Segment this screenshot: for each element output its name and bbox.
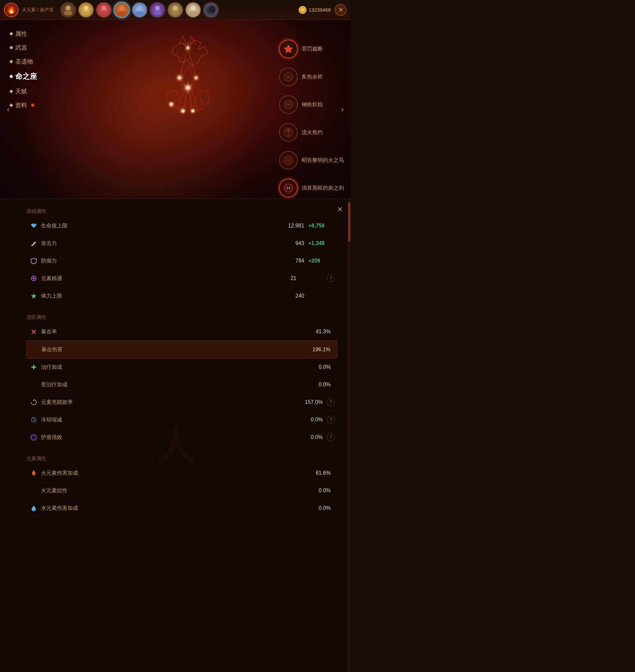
scrollbar-thumb[interactable] — [348, 202, 351, 242]
cdr-icon — [29, 415, 38, 424]
svg-point-13 — [171, 11, 179, 15]
skill-item-3[interactable]: 钢铁炽焰 — [279, 95, 344, 114]
skills-panel: 罪罚裁断 炙热余烬 钢铁炽焰 流火焦灼 昭告黎明的火之鸟 — [279, 40, 344, 197]
skill-name-6: 清算黑暗的炎之剑 — [302, 185, 344, 192]
pyro-dmg-icon — [29, 468, 38, 478]
char-tab-9[interactable] — [203, 2, 219, 18]
skill-item-2[interactable]: 炙热余烬 — [279, 67, 344, 86]
prev-arrow[interactable]: ‹ — [3, 104, 13, 114]
skill-item-5[interactable]: 昭告黎明的火之鸟 — [279, 151, 344, 169]
nav-label-profile: 资料 — [15, 101, 27, 109]
stat-row-shield: 护盾强效 0.0% ? — [26, 429, 337, 446]
healing-value: 0.0% — [319, 364, 331, 370]
scrollbar[interactable] — [348, 199, 351, 672]
atk-bonus: +1,348 — [308, 240, 335, 246]
nav-diamond — [9, 46, 13, 49]
nav-item-artifact[interactable]: 圣遗物 — [10, 58, 37, 66]
svg-point-11 — [153, 11, 161, 15]
char-tab-8[interactable] — [185, 2, 201, 18]
hydro-dmg-icon — [29, 504, 38, 513]
incoming-healing-value: 0.0% — [319, 382, 331, 387]
svg-point-12 — [173, 6, 178, 10]
shield-value: 0.0% — [311, 434, 323, 440]
healing-label: 治疗加成 — [41, 364, 319, 371]
alert-dot — [31, 104, 35, 107]
skill-name-2: 炙热余烬 — [302, 74, 323, 80]
def-icon — [29, 256, 38, 266]
nav-item-attributes[interactable]: 属性 — [10, 30, 37, 38]
nav-label-artifact: 圣遗物 — [15, 58, 33, 66]
svg-point-14 — [191, 6, 195, 10]
nav-item-profile[interactable]: 资料 — [10, 101, 37, 109]
stat-row-crit-dmg: 暴击伤害 196.1% — [26, 341, 337, 358]
elemental-section-title: 元素属性 — [26, 451, 337, 462]
nav-item-talent[interactable]: 天赋 — [10, 87, 37, 95]
svg-line-38 — [171, 104, 183, 111]
svg-point-6 — [119, 6, 124, 10]
crit-dmg-icon — [29, 345, 39, 354]
crit-dmg-label: 暴击伤害 — [41, 346, 312, 353]
skill-name-3: 钢铁炽焰 — [302, 101, 323, 108]
shield-help[interactable]: ? — [327, 433, 335, 441]
em-label: 元素精通 — [41, 275, 290, 282]
char-tab-4-active[interactable] — [114, 2, 130, 18]
skill-item-4[interactable]: 流火焦灼 — [279, 123, 344, 142]
svg-point-4 — [102, 6, 106, 10]
char-tab-1[interactable] — [60, 2, 76, 18]
stat-row-incoming-healing: 受治疗加成 0.0% — [26, 376, 337, 394]
skill-icon-5 — [279, 151, 298, 169]
svg-point-7 — [118, 11, 126, 15]
nav-label-attributes: 属性 — [15, 30, 27, 38]
game-logo: 🔥 — [4, 3, 19, 17]
nav-diamond — [9, 32, 13, 36]
cdr-value: 0.0% — [311, 417, 323, 423]
pyro-res-icon — [29, 486, 38, 495]
er-help[interactable]: ? — [327, 398, 335, 406]
char-tab-6[interactable] — [150, 2, 166, 18]
skill-icon-2 — [279, 67, 298, 86]
svg-line-32 — [180, 48, 188, 78]
skill-item-1[interactable]: 罪罚裁断 — [279, 40, 344, 58]
stats-close-button[interactable]: ✕ — [335, 204, 345, 215]
skill-icon-3 — [279, 95, 298, 114]
stat-row-hp: 生命值上限 12,981 +8,756 — [26, 217, 337, 235]
stat-row-healing: 治疗加成 0.0% — [26, 358, 337, 376]
nav-diamond — [9, 89, 13, 93]
close-button[interactable]: ✕ — [335, 4, 347, 16]
svg-point-0 — [66, 6, 70, 10]
nav-item-constellation[interactable]: 命之座 — [10, 71, 37, 81]
char-tab-5[interactable] — [132, 2, 148, 18]
stat-row-crit-rate: 暴击率 41.3% — [26, 323, 337, 341]
em-help[interactable]: ? — [327, 274, 335, 282]
breadcrumb: 火元素 / 迪卢克 — [22, 7, 53, 13]
cdr-help[interactable]: ? — [327, 416, 335, 424]
stat-row-em: 元素精通 21 ? — [26, 270, 337, 287]
svg-point-3 — [82, 11, 90, 15]
skill-name-1: 罪罚裁断 — [302, 46, 323, 52]
stat-row-def: 防御力 784 +209 — [26, 252, 337, 270]
nav-label-weapon: 武器 — [15, 44, 27, 51]
char-tab-2[interactable] — [78, 2, 94, 18]
stat-row-er: 元素充能效率 157.0% ? — [26, 394, 337, 411]
char-tab-7[interactable] — [167, 2, 183, 18]
skill-icon-1 — [279, 40, 298, 58]
logo-icon: 🔥 — [7, 6, 16, 14]
char-tab-3[interactable] — [96, 2, 112, 18]
stamina-label: 体力上限 — [41, 293, 295, 299]
incoming-healing-label: 受治疗加成 — [41, 381, 319, 388]
nav-diamond — [9, 60, 13, 63]
incoming-healing-icon — [29, 380, 38, 389]
crit-rate-value: 41.3% — [316, 329, 331, 335]
pyro-res-label: 火元素抗性 — [41, 487, 319, 494]
basic-stats-section: 基础属性 生命值上限 12,981 +8,756 攻击力 943 +1,348 … — [0, 199, 351, 305]
skill-item-6[interactable]: 清算黑暗的炎之剑 — [279, 179, 344, 197]
em-value: 21 — [290, 275, 296, 281]
stamina-value: 240 — [295, 293, 304, 299]
stats-panel: 人 ✕ 基础属性 生命值上限 12,981 +8,756 攻击力 943 +1,… — [0, 198, 351, 672]
stats-close-icon: ✕ — [337, 205, 343, 214]
nav-item-weapon[interactable]: 武器 — [10, 44, 37, 51]
er-icon — [29, 398, 38, 407]
stat-row-stamina: 体力上限 240 — [26, 287, 337, 305]
nav-label-talent: 天赋 — [15, 87, 27, 95]
close-icon: ✕ — [338, 6, 343, 14]
